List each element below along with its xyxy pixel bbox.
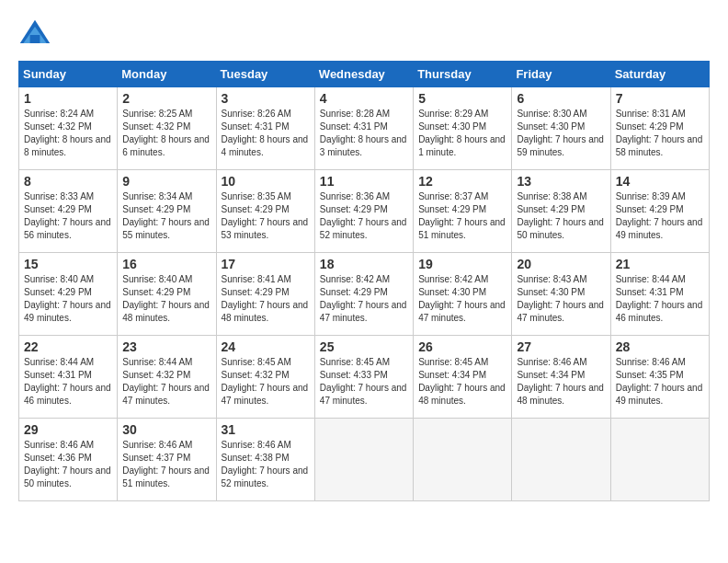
calendar-cell: 12Sunrise: 8:37 AMSunset: 4:29 PMDayligh… bbox=[414, 170, 512, 253]
day-number: 30 bbox=[122, 422, 210, 437]
day-number: 28 bbox=[616, 339, 704, 354]
calendar-cell: 17Sunrise: 8:41 AMSunset: 4:29 PMDayligh… bbox=[216, 253, 314, 336]
day-info: Sunrise: 8:45 AMSunset: 4:33 PMDaylight:… bbox=[320, 356, 408, 408]
calendar-cell: 28Sunrise: 8:46 AMSunset: 4:35 PMDayligh… bbox=[610, 336, 709, 419]
calendar-cell: 21Sunrise: 8:44 AMSunset: 4:31 PMDayligh… bbox=[610, 253, 709, 336]
week-row-3: 15Sunrise: 8:40 AMSunset: 4:29 PMDayligh… bbox=[19, 253, 710, 336]
day-info: Sunrise: 8:42 AMSunset: 4:29 PMDaylight:… bbox=[320, 273, 408, 325]
weekday-header-saturday: Saturday bbox=[610, 62, 709, 87]
day-number: 25 bbox=[320, 339, 408, 354]
day-info: Sunrise: 8:25 AMSunset: 4:32 PMDaylight:… bbox=[122, 108, 210, 159]
day-number: 12 bbox=[418, 174, 506, 189]
day-number: 21 bbox=[616, 257, 704, 271]
day-info: Sunrise: 8:46 AMSunset: 4:36 PMDaylight:… bbox=[24, 439, 112, 490]
day-info: Sunrise: 8:44 AMSunset: 4:32 PMDaylight:… bbox=[122, 356, 210, 408]
calendar-cell: 22Sunrise: 8:44 AMSunset: 4:31 PMDayligh… bbox=[19, 336, 118, 419]
day-number: 17 bbox=[222, 257, 310, 271]
calendar-cell: 9Sunrise: 8:34 AMSunset: 4:29 PMDaylight… bbox=[118, 170, 216, 253]
calendar-cell: 4Sunrise: 8:28 AMSunset: 4:31 PMDaylight… bbox=[314, 87, 413, 170]
day-info: Sunrise: 8:35 AMSunset: 4:29 PMDaylight:… bbox=[222, 190, 310, 242]
week-row-4: 22Sunrise: 8:44 AMSunset: 4:31 PMDayligh… bbox=[19, 336, 710, 419]
day-number: 6 bbox=[517, 91, 605, 106]
day-number: 22 bbox=[24, 339, 112, 354]
calendar-cell: 24Sunrise: 8:45 AMSunset: 4:32 PMDayligh… bbox=[216, 336, 314, 419]
logo-icon bbox=[18, 18, 51, 52]
calendar-cell: 30Sunrise: 8:46 AMSunset: 4:37 PMDayligh… bbox=[118, 419, 216, 501]
day-info: Sunrise: 8:46 AMSunset: 4:37 PMDaylight:… bbox=[122, 439, 210, 490]
calendar-cell: 19Sunrise: 8:42 AMSunset: 4:30 PMDayligh… bbox=[414, 253, 512, 336]
day-number: 3 bbox=[222, 91, 310, 106]
calendar-cell: 8Sunrise: 8:33 AMSunset: 4:29 PMDaylight… bbox=[19, 170, 118, 253]
weekday-header-tuesday: Tuesday bbox=[216, 62, 314, 87]
day-info: Sunrise: 8:40 AMSunset: 4:29 PMDaylight:… bbox=[122, 273, 210, 325]
day-number: 27 bbox=[517, 339, 605, 354]
day-info: Sunrise: 8:46 AMSunset: 4:38 PMDaylight:… bbox=[222, 439, 310, 490]
calendar-cell: 14Sunrise: 8:39 AMSunset: 4:29 PMDayligh… bbox=[610, 170, 709, 253]
weekday-header-sunday: Sunday bbox=[19, 62, 118, 87]
calendar-cell: 1Sunrise: 8:24 AMSunset: 4:32 PMDaylight… bbox=[19, 87, 118, 170]
day-info: Sunrise: 8:40 AMSunset: 4:29 PMDaylight:… bbox=[24, 273, 112, 325]
weekday-header-wednesday: Wednesday bbox=[314, 62, 413, 87]
calendar-cell: 5Sunrise: 8:29 AMSunset: 4:30 PMDaylight… bbox=[414, 87, 512, 170]
day-info: Sunrise: 8:24 AMSunset: 4:32 PMDaylight:… bbox=[24, 108, 112, 159]
day-number: 13 bbox=[517, 174, 605, 189]
calendar-cell: 15Sunrise: 8:40 AMSunset: 4:29 PMDayligh… bbox=[19, 253, 118, 336]
calendar-cell: 6Sunrise: 8:30 AMSunset: 4:30 PMDaylight… bbox=[512, 87, 610, 170]
calendar-cell: 16Sunrise: 8:40 AMSunset: 4:29 PMDayligh… bbox=[118, 253, 216, 336]
calendar-cell: 10Sunrise: 8:35 AMSunset: 4:29 PMDayligh… bbox=[216, 170, 314, 253]
day-info: Sunrise: 8:42 AMSunset: 4:30 PMDaylight:… bbox=[418, 273, 506, 325]
day-number: 9 bbox=[122, 174, 210, 189]
day-number: 15 bbox=[24, 257, 112, 271]
day-info: Sunrise: 8:29 AMSunset: 4:30 PMDaylight:… bbox=[418, 108, 506, 159]
day-info: Sunrise: 8:41 AMSunset: 4:29 PMDaylight:… bbox=[222, 273, 310, 325]
day-number: 26 bbox=[418, 339, 506, 354]
calendar-cell: 31Sunrise: 8:46 AMSunset: 4:38 PMDayligh… bbox=[216, 419, 314, 501]
weekday-header-row: SundayMondayTuesdayWednesdayThursdayFrid… bbox=[19, 62, 710, 87]
week-row-1: 1Sunrise: 8:24 AMSunset: 4:32 PMDaylight… bbox=[19, 87, 710, 170]
day-number: 11 bbox=[320, 174, 408, 189]
day-number: 14 bbox=[616, 174, 704, 189]
calendar-cell: 18Sunrise: 8:42 AMSunset: 4:29 PMDayligh… bbox=[314, 253, 413, 336]
calendar-cell: 20Sunrise: 8:43 AMSunset: 4:30 PMDayligh… bbox=[512, 253, 610, 336]
logo bbox=[18, 18, 55, 52]
calendar-table: SundayMondayTuesdayWednesdayThursdayFrid… bbox=[18, 61, 710, 501]
day-number: 4 bbox=[320, 91, 408, 106]
day-number: 2 bbox=[122, 91, 210, 106]
day-number: 1 bbox=[24, 91, 112, 106]
day-number: 5 bbox=[418, 91, 506, 106]
weekday-header-friday: Friday bbox=[512, 62, 610, 87]
day-number: 7 bbox=[616, 91, 704, 106]
day-info: Sunrise: 8:44 AMSunset: 4:31 PMDaylight:… bbox=[24, 356, 112, 408]
day-info: Sunrise: 8:30 AMSunset: 4:30 PMDaylight:… bbox=[517, 108, 605, 159]
calendar-cell: 3Sunrise: 8:26 AMSunset: 4:31 PMDaylight… bbox=[216, 87, 314, 170]
calendar-cell: 7Sunrise: 8:31 AMSunset: 4:29 PMDaylight… bbox=[610, 87, 709, 170]
day-info: Sunrise: 8:34 AMSunset: 4:29 PMDaylight:… bbox=[122, 190, 210, 242]
calendar-cell bbox=[314, 419, 413, 501]
calendar-cell: 27Sunrise: 8:46 AMSunset: 4:34 PMDayligh… bbox=[512, 336, 610, 419]
day-number: 8 bbox=[24, 174, 112, 189]
day-number: 18 bbox=[320, 257, 408, 271]
day-number: 24 bbox=[222, 339, 310, 354]
day-number: 10 bbox=[222, 174, 310, 189]
week-row-5: 29Sunrise: 8:46 AMSunset: 4:36 PMDayligh… bbox=[19, 419, 710, 501]
weekday-header-monday: Monday bbox=[118, 62, 216, 87]
day-info: Sunrise: 8:33 AMSunset: 4:29 PMDaylight:… bbox=[24, 190, 112, 242]
day-info: Sunrise: 8:28 AMSunset: 4:31 PMDaylight:… bbox=[320, 108, 408, 159]
calendar-cell bbox=[512, 419, 610, 501]
day-number: 20 bbox=[517, 257, 605, 271]
calendar-cell: 29Sunrise: 8:46 AMSunset: 4:36 PMDayligh… bbox=[19, 419, 118, 501]
day-info: Sunrise: 8:44 AMSunset: 4:31 PMDaylight:… bbox=[616, 273, 704, 325]
day-number: 16 bbox=[122, 257, 210, 271]
day-number: 19 bbox=[418, 257, 506, 271]
day-info: Sunrise: 8:37 AMSunset: 4:29 PMDaylight:… bbox=[418, 190, 506, 242]
day-number: 31 bbox=[222, 422, 310, 437]
weekday-header-thursday: Thursday bbox=[414, 62, 512, 87]
calendar-cell: 2Sunrise: 8:25 AMSunset: 4:32 PMDaylight… bbox=[118, 87, 216, 170]
calendar-cell bbox=[610, 419, 709, 501]
page-header bbox=[18, 18, 710, 52]
day-info: Sunrise: 8:36 AMSunset: 4:29 PMDaylight:… bbox=[320, 190, 408, 242]
svg-rect-2 bbox=[30, 35, 40, 43]
day-info: Sunrise: 8:38 AMSunset: 4:29 PMDaylight:… bbox=[517, 190, 605, 242]
day-info: Sunrise: 8:46 AMSunset: 4:35 PMDaylight:… bbox=[616, 356, 704, 408]
day-info: Sunrise: 8:39 AMSunset: 4:29 PMDaylight:… bbox=[616, 190, 704, 242]
